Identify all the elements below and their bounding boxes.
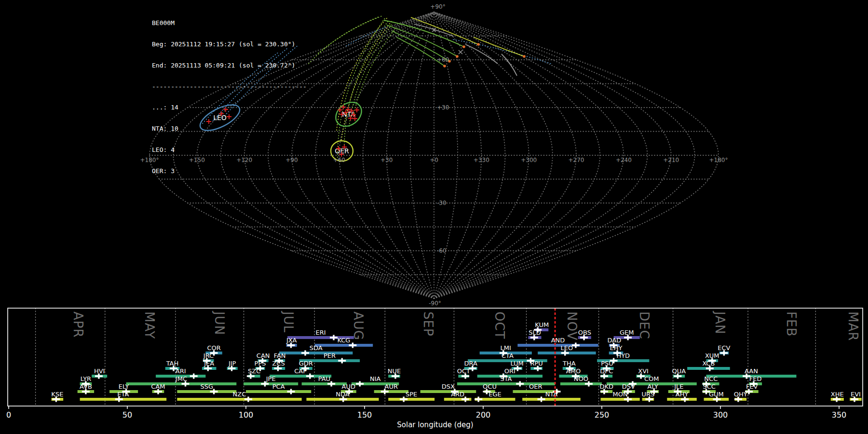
map-lon-label: +300 (521, 157, 537, 163)
shower-bar-AUR (374, 390, 408, 393)
map-lon-label: +180° (709, 157, 728, 163)
radiant-trail (411, 17, 478, 44)
map-lon-label: +30 (380, 157, 393, 163)
x-axis-tick-label: 250 (595, 410, 610, 420)
shower-bar-SPE (388, 398, 434, 401)
month-label-FEB: FEB (784, 312, 799, 337)
month-label-NOV: NOV (565, 312, 579, 340)
map-lon-label: +210 (663, 157, 679, 163)
shower-label-HYD: HYD (616, 352, 630, 359)
x-axis-tick-label: 300 (713, 410, 728, 420)
shower-label-OCU: OCU (483, 383, 497, 390)
month-label-DEC: DEC (637, 312, 651, 339)
shower-label-XCB: XCB (702, 360, 715, 367)
x-axis-tick-label: 350 (832, 410, 847, 420)
shower-peak-marker-ARI (190, 374, 198, 379)
meteor-observation-screen: LEONTAOER+90°+60+30-30-60-90°+180°+150+1… (0, 0, 868, 434)
shower-label-AUR: AUR (385, 383, 398, 390)
month-label-OCT: OCT (492, 312, 507, 339)
shower-label-ERI: ERI (315, 329, 326, 336)
x-axis-tick-label: 150 (357, 410, 372, 420)
shower-label-ARI: ARI (176, 367, 186, 375)
count-sporadic: ...: 14 (152, 104, 307, 111)
shower-label-KSE: KSE (51, 391, 63, 398)
month-label-SEP: SEP (421, 312, 435, 337)
shower-label-FED: FED (749, 375, 762, 382)
shower-bar-AND (517, 344, 598, 347)
shower-bar-ETA (80, 398, 167, 401)
count-leo: LEO: 4 (152, 147, 307, 154)
shower-label-JRC: JRC (203, 352, 214, 359)
x-axis-tick-label: 50 (122, 410, 132, 420)
radiant-trail (318, 15, 383, 53)
shower-label-JLE: JLE (674, 383, 683, 390)
shower-bar-MON (601, 398, 640, 401)
shower-label-QUA: QUA (672, 367, 686, 375)
map-lon-label: +270 (569, 157, 584, 163)
map-lon-label: +60 (333, 157, 345, 163)
shower-label-PAU: PAU (318, 375, 330, 382)
shower-label-PER: PER (324, 352, 336, 359)
shower-label-JEA: JEA (203, 360, 214, 367)
shower-label-ALY: ALY (648, 383, 658, 390)
shower-peak-marker-PCA (287, 389, 295, 394)
shower-label-OCT: OCT (457, 367, 470, 375)
shower-label-DSX: DSX (442, 383, 455, 390)
shower-label-COM: COM (644, 375, 659, 382)
map-lat-label: -90° (429, 300, 441, 307)
gray-x-mark (459, 50, 462, 54)
meteor-radiant-mark-NTA (341, 105, 346, 109)
shower-bar-JMC (126, 382, 237, 385)
month-label-APR: APR (71, 312, 85, 338)
shower-bar-KCG (315, 344, 373, 347)
shower-peak-marker-CAP (306, 374, 314, 379)
shower-label-PCA: PCA (272, 383, 285, 390)
radiant-trail (502, 54, 517, 76)
x-axis-tick-label: 0 (6, 410, 11, 420)
trail-endpoint-dot (477, 43, 480, 46)
trail-endpoint-dot (523, 55, 526, 58)
map-lon-label: +240 (616, 157, 632, 163)
shower-label-SSG: SSG (201, 383, 214, 390)
shower-bar-JPE (244, 382, 298, 385)
shower-bar-PAU (302, 382, 347, 385)
trail-endpoint-dot (456, 55, 459, 58)
shower-bar-NZC (177, 398, 301, 401)
map-lat-label: +30 (437, 104, 449, 111)
shower-peak-marker-ERI (330, 335, 338, 340)
shower-label-SCC: SCC (703, 383, 715, 390)
shower-peak-marker-STA (516, 381, 524, 387)
shower-label-LMI: LMI (501, 344, 511, 352)
trail-endpoint-dot (443, 65, 446, 68)
shower-label-URS: URS (642, 391, 655, 398)
end-time-line: End: 20251113 05:09:21 (sol = 230.72°) (152, 62, 307, 69)
map-meridian (434, 12, 505, 298)
month-label-JUL: JUL (281, 311, 296, 333)
shower-label-SZC: SZC (248, 367, 260, 375)
shower-label-CTA: CTA (502, 352, 514, 359)
shower-label-EGE: EGE (488, 391, 502, 398)
month-label-JAN: JAN (713, 311, 727, 334)
shower-label-NUE: NUE (388, 367, 401, 375)
shower-label-EVI: EVI (851, 391, 861, 398)
map-lat-label: -60 (437, 247, 447, 254)
shower-label-LEO: LEO (561, 344, 573, 352)
shower-peak-marker-NIA (356, 381, 364, 387)
shower-label-KCG: KCG (337, 337, 350, 344)
shower-bar-DSX (420, 390, 476, 393)
count-oer: OER: 3 (152, 168, 307, 175)
map-lat-label: +60 (437, 56, 449, 63)
shower-label-RPU: RPU (530, 360, 543, 367)
observation-info-panel: BE000M Beg: 20251112 19:15:27 (sol = 230… (152, 6, 307, 189)
shower-label-AMO: AMO (566, 367, 581, 375)
map-lon-label: +0 (430, 157, 438, 163)
shower-bar-SSG (177, 390, 236, 393)
begin-time-line: Beg: 20251112 19:15:27 (sol = 230.30°) (152, 41, 307, 48)
activity-timeline-chart: APRMAYJUNJULAUGSEPOCTNOVDECJANFEBMARKUME… (6, 308, 863, 429)
shower-label-EHY: EHY (610, 344, 623, 352)
x-axis-tick-label: 200 (476, 410, 491, 420)
month-label-AUG: AUG (351, 312, 366, 340)
shower-label-DPC: DPC (600, 367, 613, 375)
month-label-JUN: JUN (212, 311, 227, 335)
shower-bar-NOO (560, 382, 602, 385)
